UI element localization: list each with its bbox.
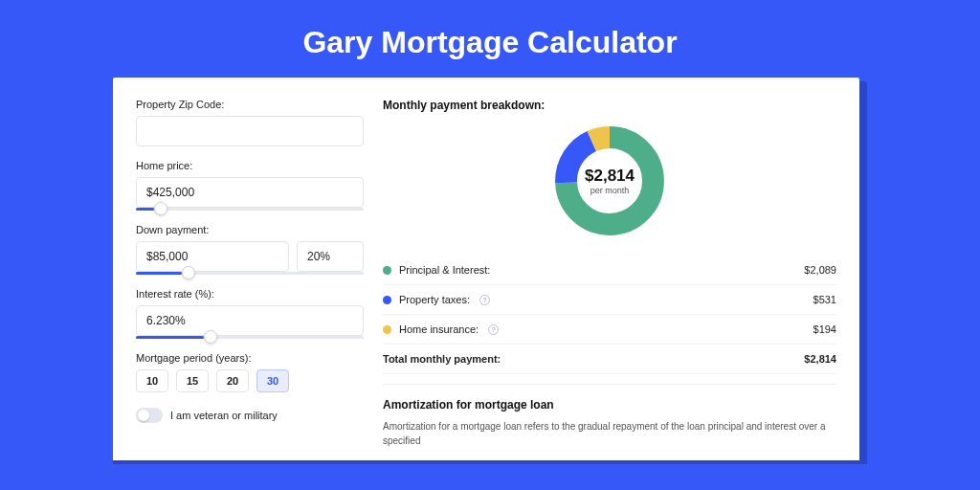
interest-rate-label: Interest rate (%):	[136, 288, 364, 300]
card-shadow: Property Zip Code: Home price: Down paym…	[113, 81, 867, 464]
page-title: Gary Mortgage Calculator	[0, 0, 980, 81]
down-payment-group: Down payment:	[136, 224, 364, 275]
breakdown-title: Monthly payment breakdown:	[383, 99, 836, 112]
donut-chart: $2,814 per month	[552, 123, 667, 238]
down-payment-pct-input[interactable]	[297, 241, 364, 272]
amortization-title: Amortization for mortgage loan	[383, 398, 836, 412]
legend-value: $531	[813, 294, 836, 305]
period-label: Mortgage period (years):	[136, 352, 364, 364]
veteran-row: I am veteran or military	[136, 408, 364, 423]
total-label: Total monthly payment:	[383, 353, 501, 365]
legend-label: Property taxes:	[399, 294, 470, 305]
slider-thumb-icon[interactable]	[182, 266, 195, 279]
dot-icon	[383, 325, 391, 334]
amortization-section: Amortization for mortgage loan Amortizat…	[383, 384, 836, 448]
donut-sub: per month	[590, 186, 630, 195]
interest-rate-slider[interactable]	[136, 336, 364, 339]
breakdown-column: Monthly payment breakdown: $2,814 per mo…	[383, 99, 836, 460]
veteran-toggle[interactable]	[136, 408, 163, 423]
amortization-body: Amortization for a mortgage loan refers …	[383, 419, 836, 448]
home-price-label: Home price:	[136, 160, 364, 171]
donut-amount: $2,814	[585, 167, 635, 186]
legend-row-taxes: Property taxes: ? $531	[383, 285, 836, 315]
zip-field-group: Property Zip Code:	[136, 99, 364, 146]
home-price-slider[interactable]	[136, 208, 364, 211]
legend-row-principal: Principal & Interest: $2,089	[383, 256, 836, 285]
legend-row-insurance: Home insurance: ? $194	[383, 315, 836, 345]
home-price-input[interactable]	[136, 177, 364, 208]
period-group: Mortgage period (years): 10 15 20 30	[136, 352, 364, 392]
zip-input[interactable]	[136, 116, 364, 146]
slider-thumb-icon[interactable]	[154, 202, 167, 215]
home-price-group: Home price:	[136, 160, 364, 211]
dot-icon	[383, 266, 391, 275]
slider-thumb-icon[interactable]	[204, 330, 217, 344]
down-payment-slider[interactable]	[136, 272, 364, 275]
donut-chart-wrap: $2,814 per month	[383, 123, 836, 238]
period-option-20[interactable]: 20	[216, 369, 249, 392]
legend-value: $194	[813, 323, 836, 335]
help-icon[interactable]: ?	[479, 295, 490, 305]
period-option-15[interactable]: 15	[176, 369, 209, 392]
total-value: $2,814	[804, 353, 836, 365]
period-options: 10 15 20 30	[136, 369, 364, 392]
period-option-30[interactable]: 30	[256, 369, 289, 392]
legend-label: Home insurance:	[399, 323, 479, 335]
down-payment-label: Down payment:	[136, 224, 364, 235]
veteran-label: I am veteran or military	[170, 410, 278, 421]
calculator-card: Property Zip Code: Home price: Down paym…	[113, 78, 859, 460]
legend-row-total: Total monthly payment: $2,814	[383, 345, 836, 374]
toggle-knob-icon	[138, 410, 149, 421]
legend-value: $2,089	[804, 264, 836, 276]
donut-center: $2,814 per month	[552, 123, 667, 238]
dot-icon	[383, 296, 391, 304]
interest-rate-input[interactable]	[136, 305, 364, 336]
down-payment-input[interactable]	[136, 241, 289, 272]
interest-rate-group: Interest rate (%):	[136, 288, 364, 339]
help-icon[interactable]: ?	[488, 324, 499, 335]
zip-label: Property Zip Code:	[136, 99, 364, 110]
period-option-10[interactable]: 10	[136, 369, 168, 392]
form-column: Property Zip Code: Home price: Down paym…	[136, 99, 364, 460]
legend-label: Principal & Interest:	[399, 264, 490, 276]
